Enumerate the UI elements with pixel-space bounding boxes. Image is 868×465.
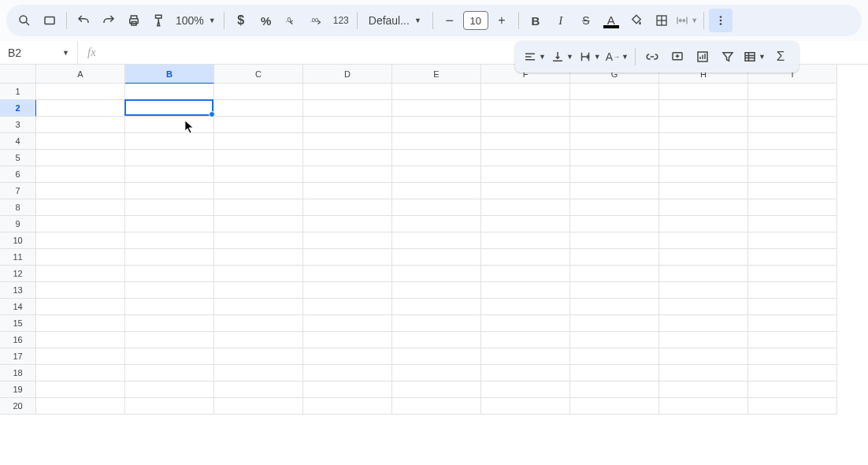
cell[interactable]	[36, 133, 125, 150]
cell[interactable]	[481, 266, 570, 282]
column-header[interactable]: E	[392, 65, 481, 84]
cell[interactable]	[303, 232, 392, 249]
cell[interactable]	[214, 249, 303, 266]
cell[interactable]	[36, 249, 125, 266]
cell[interactable]	[36, 332, 125, 348]
cell[interactable]	[481, 183, 570, 199]
cell[interactable]	[748, 299, 837, 315]
row-header[interactable]: 17	[0, 348, 36, 365]
name-box[interactable]: B2 ▼	[0, 46, 77, 59]
row-header[interactable]: 3	[0, 117, 36, 133]
column-header[interactable]: C	[214, 65, 303, 84]
row-header[interactable]: 9	[0, 216, 36, 232]
cell[interactable]	[125, 133, 214, 150]
column-header[interactable]: D	[303, 65, 392, 84]
cell[interactable]	[214, 100, 303, 117]
cell[interactable]	[392, 100, 481, 117]
cell[interactable]	[659, 232, 748, 249]
cell[interactable]	[36, 84, 125, 100]
merge-cells-icon[interactable]: ▼	[675, 9, 699, 32]
cell[interactable]	[570, 117, 659, 133]
cell[interactable]	[748, 398, 837, 415]
cell[interactable]	[748, 249, 837, 266]
zoom-dropdown[interactable]: 100% ▼	[172, 14, 219, 27]
cell[interactable]	[481, 315, 570, 332]
cell[interactable]	[570, 166, 659, 183]
cell[interactable]	[659, 398, 748, 415]
increase-decimal-icon[interactable]: .00	[305, 9, 328, 32]
row-header[interactable]: 14	[0, 299, 36, 315]
row-header[interactable]: 7	[0, 183, 36, 199]
cell[interactable]	[36, 117, 125, 133]
cell[interactable]	[303, 332, 392, 348]
text-wrap-dropdown[interactable]: ▼	[577, 50, 603, 64]
cell[interactable]	[748, 315, 837, 332]
font-dropdown[interactable]: Defaul... ▼	[362, 14, 428, 27]
cell[interactable]	[659, 348, 748, 365]
cell[interactable]	[36, 199, 125, 216]
cell[interactable]	[36, 266, 125, 282]
cell[interactable]	[214, 398, 303, 415]
cell[interactable]	[570, 199, 659, 216]
cell[interactable]	[748, 133, 837, 150]
italic-icon[interactable]: I	[549, 9, 573, 32]
decrease-decimal-icon[interactable]: .0	[280, 9, 303, 32]
cell[interactable]	[214, 381, 303, 398]
cell[interactable]	[659, 100, 748, 117]
cell[interactable]	[748, 365, 837, 381]
vert-align-dropdown[interactable]: ▼	[549, 50, 575, 64]
cell[interactable]	[303, 282, 392, 299]
table-view-dropdown[interactable]: ▼	[741, 50, 767, 64]
insert-chart-icon[interactable]	[691, 45, 714, 69]
cell[interactable]	[659, 266, 748, 282]
strikethrough-icon[interactable]: S	[574, 9, 598, 32]
cell[interactable]	[481, 398, 570, 415]
functions-icon[interactable]: Σ	[769, 45, 792, 69]
cell[interactable]	[659, 166, 748, 183]
cell[interactable]	[481, 166, 570, 183]
row-header[interactable]: 18	[0, 365, 36, 381]
cell[interactable]	[481, 381, 570, 398]
cell[interactable]	[392, 299, 481, 315]
cell[interactable]	[748, 166, 837, 183]
cell[interactable]	[748, 232, 837, 249]
cell[interactable]	[570, 398, 659, 415]
more-options-button[interactable]	[709, 9, 733, 32]
cell[interactable]	[748, 332, 837, 348]
cell[interactable]	[36, 315, 125, 332]
cell[interactable]	[36, 381, 125, 398]
cell[interactable]	[392, 183, 481, 199]
cell[interactable]	[481, 249, 570, 266]
cell[interactable]	[36, 299, 125, 315]
cell[interactable]	[570, 84, 659, 100]
cell[interactable]	[659, 117, 748, 133]
cell[interactable]	[659, 150, 748, 166]
cell[interactable]	[481, 299, 570, 315]
cell[interactable]	[392, 398, 481, 415]
cell[interactable]	[392, 381, 481, 398]
horiz-align-dropdown[interactable]: ▼	[521, 50, 547, 64]
cell[interactable]	[659, 299, 748, 315]
cell[interactable]	[570, 266, 659, 282]
row-header[interactable]: 4	[0, 133, 36, 150]
cell[interactable]	[214, 332, 303, 348]
cell[interactable]	[303, 299, 392, 315]
cell[interactable]	[125, 232, 214, 249]
cell[interactable]	[748, 100, 837, 117]
cell[interactable]	[125, 348, 214, 365]
column-header[interactable]: B	[125, 65, 214, 84]
select-all-corner[interactable]	[0, 65, 36, 84]
cell[interactable]	[748, 150, 837, 166]
cell[interactable]	[659, 216, 748, 232]
cell[interactable]	[748, 183, 837, 199]
insert-comment-icon[interactable]	[666, 45, 689, 69]
cell[interactable]	[36, 216, 125, 232]
borders-icon[interactable]	[650, 9, 673, 32]
cell[interactable]	[303, 266, 392, 282]
cell[interactable]	[392, 282, 481, 299]
row-header[interactable]: 5	[0, 150, 36, 166]
cell[interactable]	[481, 150, 570, 166]
cell[interactable]	[748, 199, 837, 216]
cell[interactable]	[125, 249, 214, 266]
cell[interactable]	[214, 365, 303, 381]
